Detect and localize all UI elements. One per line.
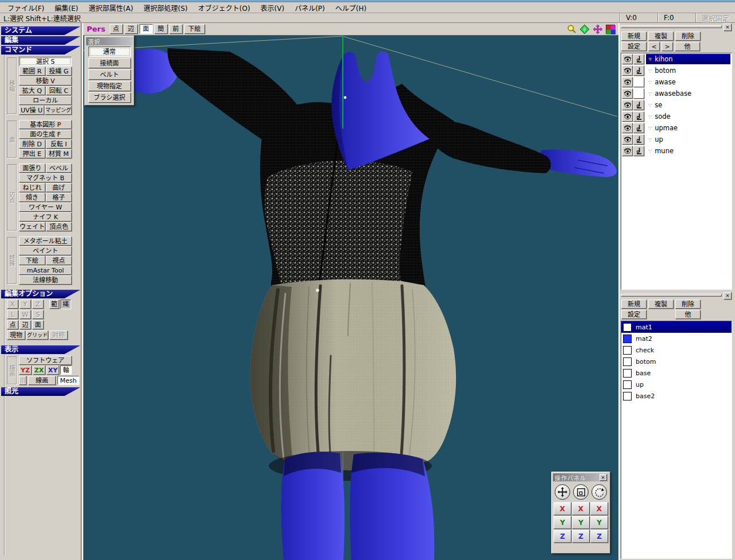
selection-lock-toggle[interactable]: 選択固定 [695,13,735,22]
menu-view[interactable]: 表示(V) [256,2,290,14]
face-filter-toggle[interactable]: 面 [32,320,44,329]
wireframe-icon[interactable]: ||| [19,376,26,385]
material-row[interactable]: botom [621,356,732,367]
object-row[interactable]: ▽sode [621,111,732,122]
material-row[interactable]: check [621,344,732,356]
metaball-button[interactable]: メタボール粘土 [19,236,72,246]
front-display-button[interactable]: 前 [169,24,183,34]
rotate-tool-button[interactable]: 回転 C [46,86,72,95]
material-button[interactable]: 材質 M [46,149,72,158]
lock-icon[interactable] [633,111,644,122]
delete-button[interactable]: 削除 D [19,139,45,149]
menu-object[interactable]: オブジェクト(O) [193,2,256,14]
world-w-toggle[interactable]: W [20,310,31,319]
object-next-button[interactable]: > [662,42,673,51]
select-object-button[interactable]: 現物指定 [88,81,131,91]
material-panel-splitter[interactable] [621,294,722,297]
view-zx-button[interactable]: ZX [33,365,45,375]
eye-icon[interactable] [622,111,633,122]
lasso-mode-toggle[interactable]: 縄 [60,300,71,309]
screen-s-toggle[interactable]: S [32,310,44,319]
rotate-z-button[interactable]: Z [590,530,608,543]
weight-button[interactable]: ウェイト [19,222,45,231]
object-row[interactable]: ▽mune [621,145,732,157]
bend-button[interactable]: 曲げ [46,183,72,192]
material-new-button[interactable]: 新規 [621,300,647,309]
object-panel-splitter[interactable] [621,25,722,28]
underlay-display-button[interactable]: 下絵 [184,24,205,34]
move-y-button[interactable]: Y [554,516,571,529]
menu-help[interactable]: ヘルプ(H) [330,2,372,14]
material-other-button[interactable]: 他 [675,310,701,319]
select-belt-button[interactable]: ベルト [88,69,131,80]
selection-popup-titlebar[interactable]: 選択 [86,37,133,45]
lattice-button[interactable]: 格子 [46,193,72,202]
section-edit[interactable]: 編集 [1,36,80,45]
object-settings-button[interactable]: 設定 [621,42,647,51]
eye-icon[interactable] [622,134,633,145]
knife-button[interactable]: ナイフ K [19,212,72,221]
menu-selection-attr[interactable]: 選択部属性(A) [83,2,138,14]
scale-handle-icon[interactable] [573,484,589,500]
object-other-button[interactable]: 他 [675,42,700,51]
expand-arrow-icon[interactable]: ▽ [648,80,652,85]
axis-y-toggle[interactable]: Y [20,300,31,309]
close-icon[interactable]: × [599,474,607,481]
section-system[interactable]: システム [1,26,80,35]
face-fill-button[interactable]: 面張り [19,164,45,173]
object-row[interactable]: ▽awase [621,76,732,88]
local-l-toggle[interactable]: L [7,310,18,319]
object-row[interactable]: ▽up [621,134,732,145]
lock-icon[interactable] [633,65,644,76]
invert-button[interactable]: 反転 I [46,139,72,149]
section-lighting[interactable]: 照光 [1,387,80,396]
view-xy-button[interactable]: XY [47,365,59,375]
tilt-button[interactable]: 傾き [19,193,45,202]
scale-y-button[interactable]: Y [572,516,590,529]
current-object-toggle[interactable]: 現物 [7,330,25,340]
view-yz-button[interactable]: YZ [19,365,32,375]
line-draw-button[interactable]: 線画 [28,376,56,385]
scale-x-button[interactable]: X [572,502,590,515]
expand-arrow-icon[interactable]: ▽ [648,91,652,96]
edge-display-button[interactable]: 辺 [125,24,138,34]
axis-x-toggle[interactable]: X [7,300,18,309]
axis-z-toggle[interactable]: Z [32,300,44,309]
move-tool-button[interactable]: 移動 V [19,76,72,85]
simple-display-button[interactable]: 簡 [154,24,168,34]
mastar-tool-button[interactable]: mAstar Tool [19,266,72,275]
wire-button[interactable]: ワイヤー W [19,203,72,212]
color-quad-icon[interactable] [606,25,615,34]
local-tool-button[interactable]: ローカル [19,96,72,105]
lock-icon[interactable] [633,146,644,156]
lock-icon[interactable] [633,77,644,87]
normal-move-button[interactable]: 法線移動 [19,275,72,285]
rotate-y-button[interactable]: Y [590,516,608,529]
lock-icon[interactable] [633,134,644,145]
viewpoint-button[interactable]: 視点 [46,256,72,265]
object-row[interactable]: ▽upmae [621,122,732,134]
extrude-button[interactable]: 押出 E [19,149,45,158]
close-icon[interactable]: × [724,24,732,31]
uv-tool-button[interactable]: UV操 U [19,106,44,115]
range-tool-button[interactable]: 範囲 R [19,67,45,76]
rotate-view-icon[interactable] [579,24,590,34]
material-row[interactable]: mat1 [621,321,732,333]
zoom-view-icon[interactable] [566,24,577,34]
close-icon[interactable]: × [724,292,732,300]
vertex-filter-toggle[interactable]: 点 [7,320,18,329]
material-delete-button[interactable]: 削除 [675,300,701,309]
face-display-button[interactable]: 面 [140,24,153,34]
object-row[interactable]: ▽awasebase [621,88,732,99]
material-row[interactable]: base2 [621,390,732,402]
object-row[interactable]: ▼kihon [621,53,732,65]
lock-icon[interactable] [633,100,644,110]
lock-icon[interactable] [633,123,644,133]
underlay-button[interactable]: 下絵 [19,256,45,265]
move-handle-icon[interactable] [555,484,570,500]
material-row[interactable]: base [621,367,732,379]
bevel-button[interactable]: ベベル [46,164,72,173]
move-z-button[interactable]: Z [554,530,571,543]
lock-icon[interactable] [633,54,644,64]
paint-button[interactable]: ペイント [19,246,72,255]
